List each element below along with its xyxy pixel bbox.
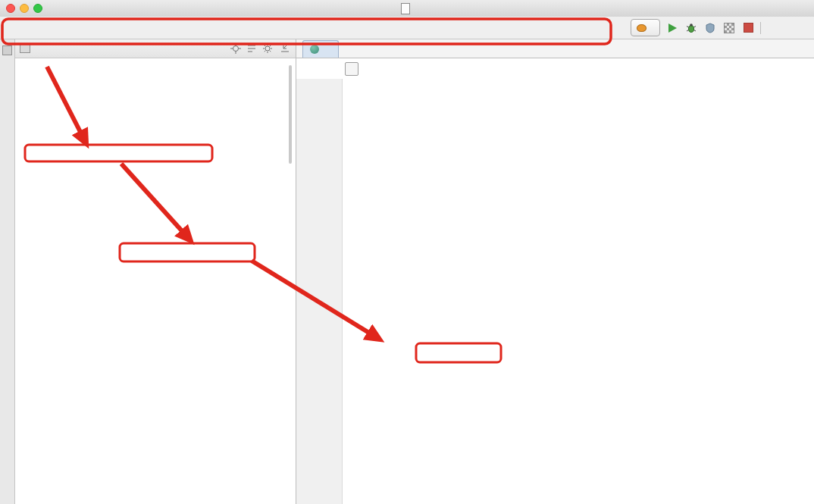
hide-panel-icon <box>280 43 290 54</box>
editor-tab[interactable] <box>302 40 339 58</box>
collapse-all-icon <box>246 43 257 54</box>
editor-body <box>296 58 814 504</box>
scroll-from-source-button[interactable] <box>230 42 242 55</box>
vcs-update-button[interactable] <box>766 21 784 35</box>
class-name-chip <box>345 62 358 76</box>
editor-tab-bar <box>296 39 814 58</box>
collapse-all-button[interactable] <box>246 42 258 55</box>
run-toolbar <box>631 19 809 36</box>
window-minimize-button[interactable] <box>20 4 29 13</box>
code-area[interactable] <box>296 79 814 504</box>
gear-icon <box>262 43 273 54</box>
settings-button[interactable] <box>261 42 275 55</box>
hide-panel-button[interactable] <box>279 42 291 55</box>
left-tool-strip <box>0 39 15 504</box>
window-title-group <box>401 3 414 14</box>
stop-icon <box>744 23 753 33</box>
debug-button[interactable] <box>684 21 698 35</box>
window-zoom-button[interactable] <box>33 4 42 13</box>
tomcat-icon <box>637 24 647 32</box>
profiler-button[interactable] <box>722 21 736 35</box>
navigation-bar <box>0 17 814 39</box>
tree-scrollbar[interactable] <box>289 65 292 164</box>
application-window <box>0 0 814 504</box>
editor-area <box>296 39 814 504</box>
shield-icon <box>705 23 715 33</box>
project-tree <box>15 58 296 504</box>
project-panel <box>15 39 296 504</box>
play-icon <box>668 23 677 33</box>
vcs-commit-button[interactable] <box>790 21 808 35</box>
project-tab-icon <box>20 44 30 53</box>
coverage-button[interactable] <box>703 21 717 35</box>
stop-button[interactable] <box>741 21 755 35</box>
run-configuration-select[interactable] <box>631 19 660 36</box>
class-icon <box>310 45 319 54</box>
project-panel-header <box>15 39 296 58</box>
toolbar-divider <box>760 22 761 34</box>
tool-window-icon <box>2 45 12 55</box>
title-bar <box>0 0 814 17</box>
bug-icon <box>686 23 697 33</box>
grid-icon <box>724 23 734 33</box>
crosshair-icon <box>230 43 241 54</box>
file-icon <box>401 3 410 14</box>
window-close-button[interactable] <box>6 4 15 13</box>
run-button[interactable] <box>665 21 679 35</box>
